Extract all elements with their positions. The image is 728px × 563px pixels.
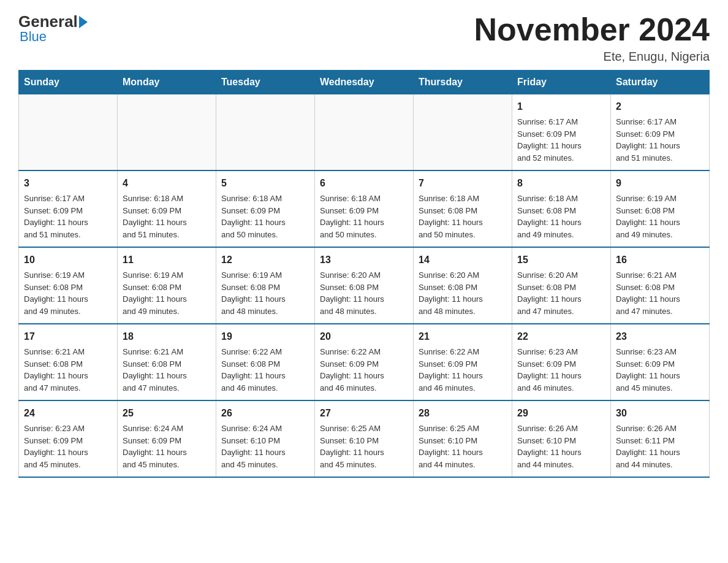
day-number: 9 [616, 176, 704, 191]
day-number: 8 [517, 176, 605, 191]
day-info: Sunrise: 6:23 AMSunset: 6:09 PMDaylight:… [616, 346, 704, 394]
day-number: 5 [221, 176, 309, 191]
calendar-week-row: 3Sunrise: 6:17 AMSunset: 6:09 PMDaylight… [19, 170, 710, 247]
day-info: Sunrise: 6:19 AMSunset: 6:08 PMDaylight:… [24, 269, 112, 317]
day-info: Sunrise: 6:18 AMSunset: 6:08 PMDaylight:… [517, 193, 605, 240]
day-info: Sunrise: 6:25 AMSunset: 6:10 PMDaylight:… [419, 423, 507, 470]
day-info: Sunrise: 6:18 AMSunset: 6:09 PMDaylight:… [221, 193, 309, 240]
day-info: Sunrise: 6:26 AMSunset: 6:10 PMDaylight:… [517, 423, 605, 470]
day-number: 18 [123, 329, 211, 344]
calendar-cell: 22Sunrise: 6:23 AMSunset: 6:09 PMDayligh… [512, 324, 611, 400]
calendar-cell: 10Sunrise: 6:19 AMSunset: 6:08 PMDayligh… [19, 247, 118, 324]
calendar-cell: 19Sunrise: 6:22 AMSunset: 6:08 PMDayligh… [216, 324, 315, 400]
day-number: 24 [24, 406, 112, 421]
day-info: Sunrise: 6:24 AMSunset: 6:09 PMDaylight:… [123, 423, 211, 470]
day-number: 20 [320, 329, 408, 344]
calendar-cell: 6Sunrise: 6:18 AMSunset: 6:09 PMDaylight… [315, 170, 414, 247]
calendar-cell: 3Sunrise: 6:17 AMSunset: 6:09 PMDaylight… [19, 170, 118, 247]
calendar-cell: 13Sunrise: 6:20 AMSunset: 6:08 PMDayligh… [315, 247, 414, 324]
calendar-cell: 30Sunrise: 6:26 AMSunset: 6:11 PMDayligh… [611, 400, 710, 477]
weekday-header: Sunday [19, 71, 118, 94]
calendar-cell [19, 94, 118, 171]
day-number: 30 [616, 406, 704, 421]
day-number: 17 [24, 329, 112, 344]
weekday-header: Wednesday [315, 71, 414, 94]
calendar-cell: 8Sunrise: 6:18 AMSunset: 6:08 PMDaylight… [512, 170, 611, 247]
day-number: 14 [419, 253, 507, 267]
calendar-subtitle: Ete, Enugu, Nigeria [474, 50, 710, 64]
day-info: Sunrise: 6:19 AMSunset: 6:08 PMDaylight:… [123, 269, 211, 317]
day-info: Sunrise: 6:20 AMSunset: 6:08 PMDaylight:… [517, 269, 605, 317]
day-info: Sunrise: 6:26 AMSunset: 6:11 PMDaylight:… [616, 423, 704, 470]
day-number: 2 [616, 99, 704, 114]
day-info: Sunrise: 6:20 AMSunset: 6:08 PMDaylight:… [419, 269, 507, 317]
calendar-cell [118, 94, 216, 171]
day-info: Sunrise: 6:21 AMSunset: 6:08 PMDaylight:… [616, 269, 704, 317]
day-info: Sunrise: 6:17 AMSunset: 6:09 PMDaylight:… [517, 116, 605, 164]
day-info: Sunrise: 6:25 AMSunset: 6:10 PMDaylight:… [320, 423, 408, 470]
day-info: Sunrise: 6:23 AMSunset: 6:09 PMDaylight:… [24, 423, 112, 470]
day-info: Sunrise: 6:23 AMSunset: 6:09 PMDaylight:… [517, 346, 605, 394]
logo-blue: Blue [20, 29, 47, 45]
day-number: 13 [320, 253, 408, 267]
calendar-cell: 20Sunrise: 6:22 AMSunset: 6:09 PMDayligh… [315, 324, 414, 400]
calendar-cell: 4Sunrise: 6:18 AMSunset: 6:09 PMDaylight… [118, 170, 216, 247]
day-number: 26 [221, 406, 309, 421]
day-info: Sunrise: 6:22 AMSunset: 6:09 PMDaylight:… [320, 346, 408, 394]
day-info: Sunrise: 6:24 AMSunset: 6:10 PMDaylight:… [221, 423, 309, 470]
calendar-cell: 29Sunrise: 6:26 AMSunset: 6:10 PMDayligh… [512, 400, 611, 477]
day-info: Sunrise: 6:22 AMSunset: 6:09 PMDaylight:… [419, 346, 507, 394]
calendar-cell: 23Sunrise: 6:23 AMSunset: 6:09 PMDayligh… [611, 324, 710, 400]
calendar-cell: 18Sunrise: 6:21 AMSunset: 6:08 PMDayligh… [118, 324, 216, 400]
weekday-header: Friday [512, 71, 611, 94]
day-number: 1 [517, 99, 605, 114]
calendar-week-row: 24Sunrise: 6:23 AMSunset: 6:09 PMDayligh… [19, 400, 710, 477]
day-info: Sunrise: 6:19 AMSunset: 6:08 PMDaylight:… [616, 193, 704, 240]
day-info: Sunrise: 6:17 AMSunset: 6:09 PMDaylight:… [24, 193, 112, 240]
calendar-week-row: 1Sunrise: 6:17 AMSunset: 6:09 PMDaylight… [19, 94, 710, 171]
day-info: Sunrise: 6:21 AMSunset: 6:08 PMDaylight:… [24, 346, 112, 394]
calendar-table: SundayMondayTuesdayWednesdayThursdayFrid… [18, 70, 710, 478]
day-info: Sunrise: 6:18 AMSunset: 6:09 PMDaylight:… [123, 193, 211, 240]
weekday-header: Saturday [611, 71, 710, 94]
calendar-cell: 5Sunrise: 6:18 AMSunset: 6:09 PMDaylight… [216, 170, 315, 247]
calendar-cell: 12Sunrise: 6:19 AMSunset: 6:08 PMDayligh… [216, 247, 315, 324]
weekday-header: Thursday [414, 71, 512, 94]
calendar-cell: 27Sunrise: 6:25 AMSunset: 6:10 PMDayligh… [315, 400, 414, 477]
day-number: 21 [419, 329, 507, 344]
day-number: 6 [320, 176, 408, 191]
calendar-cell: 25Sunrise: 6:24 AMSunset: 6:09 PMDayligh… [118, 400, 216, 477]
day-number: 10 [24, 253, 112, 267]
calendar-cell: 24Sunrise: 6:23 AMSunset: 6:09 PMDayligh… [19, 400, 118, 477]
weekday-header: Tuesday [216, 71, 315, 94]
day-number: 12 [221, 253, 309, 267]
calendar-cell: 7Sunrise: 6:18 AMSunset: 6:08 PMDaylight… [414, 170, 512, 247]
day-number: 27 [320, 406, 408, 421]
calendar-cell [315, 94, 414, 171]
day-info: Sunrise: 6:18 AMSunset: 6:09 PMDaylight:… [320, 193, 408, 240]
calendar-week-row: 10Sunrise: 6:19 AMSunset: 6:08 PMDayligh… [19, 247, 710, 324]
calendar-cell: 26Sunrise: 6:24 AMSunset: 6:10 PMDayligh… [216, 400, 315, 477]
calendar-cell: 2Sunrise: 6:17 AMSunset: 6:09 PMDaylight… [611, 94, 710, 171]
day-number: 4 [123, 176, 211, 191]
calendar-cell: 15Sunrise: 6:20 AMSunset: 6:08 PMDayligh… [512, 247, 611, 324]
day-number: 15 [517, 253, 605, 267]
calendar-title: November 2024 [474, 12, 710, 47]
day-info: Sunrise: 6:21 AMSunset: 6:08 PMDaylight:… [123, 346, 211, 394]
day-info: Sunrise: 6:17 AMSunset: 6:09 PMDaylight:… [616, 116, 704, 164]
day-info: Sunrise: 6:19 AMSunset: 6:08 PMDaylight:… [221, 269, 309, 317]
day-number: 28 [419, 406, 507, 421]
logo: General Blue [18, 12, 88, 45]
day-number: 3 [24, 176, 112, 191]
calendar-cell [216, 94, 315, 171]
calendar-header-row: SundayMondayTuesdayWednesdayThursdayFrid… [19, 71, 710, 94]
logo-arrow-icon [79, 16, 88, 28]
day-number: 23 [616, 329, 704, 344]
calendar-week-row: 17Sunrise: 6:21 AMSunset: 6:08 PMDayligh… [19, 324, 710, 400]
day-number: 19 [221, 329, 309, 344]
calendar-cell: 11Sunrise: 6:19 AMSunset: 6:08 PMDayligh… [118, 247, 216, 324]
day-number: 25 [123, 406, 211, 421]
day-number: 16 [616, 253, 704, 267]
calendar-cell: 17Sunrise: 6:21 AMSunset: 6:08 PMDayligh… [19, 324, 118, 400]
day-number: 29 [517, 406, 605, 421]
